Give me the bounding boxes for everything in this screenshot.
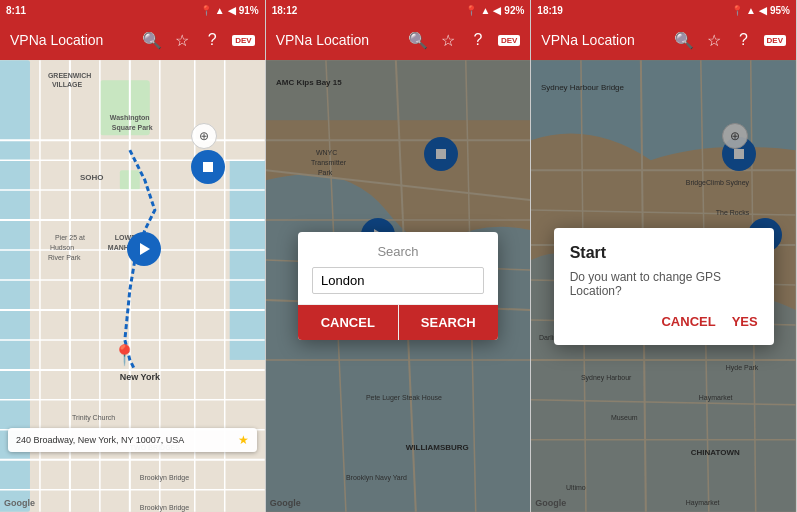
status-icons-2: 📍 ▲ ◀ 92% [465,5,524,16]
map-2: AMC Kips Bay 15 WNYC Transmitter Park Pe… [266,60,531,512]
confirm-cancel-button[interactable]: CANCEL [661,314,715,329]
cancel-button[interactable]: CANCEL [298,305,398,340]
svg-text:Brooklyn Bridge: Brooklyn Bridge [140,504,189,512]
location-text-1: 240 Broadway, New York, NY 10007, USA [16,435,234,445]
map-3: Sydney Harbour Bridge BridgeClimb Sydney… [531,60,796,512]
search-dialog-title: Search [298,232,498,263]
svg-text:GREENWICH: GREENWICH [48,72,91,79]
time-1: 8:11 [6,5,26,16]
help-icon-1[interactable]: ? [202,30,222,50]
search-icon-1[interactable]: 🔍 [142,30,162,50]
location-bar-1: 240 Broadway, New York, NY 10007, USA ★ [8,428,257,452]
svg-rect-40 [203,162,213,172]
search-icon-3[interactable]: 🔍 [674,30,694,50]
confirm-dialog-title: Start [570,244,758,262]
app-bar-icons-1: 🔍 ☆ ? DEV [142,30,254,50]
svg-text:Brooklyn Bridge: Brooklyn Bridge [140,474,189,482]
time-2: 18:12 [272,5,298,16]
star-icon-1[interactable]: ☆ [172,30,192,50]
svg-text:River Park: River Park [48,254,81,261]
svg-text:Pier 25 at: Pier 25 at [55,234,85,241]
confirm-dialog-actions: CANCEL YES [570,314,758,329]
confirm-dialog: Start Do you want to change GPS Location… [554,228,774,345]
app-title-2: VPNa Location [276,32,400,48]
app-bar-icons-2: 🔍 ☆ ? DEV [408,30,520,50]
app-bar-icons-3: 🔍 ☆ ? DEV [674,30,786,50]
confirm-dialog-overlay: Start Do you want to change GPS Location… [531,60,796,512]
star-icon-2[interactable]: ☆ [438,30,458,50]
confirm-dialog-body: Do you want to change GPS Location? [570,270,758,298]
search-icon-2[interactable]: 🔍 [408,30,428,50]
signal-icon-2: ▲ [480,5,490,16]
time-3: 18:19 [537,5,563,16]
app-title-3: VPNa Location [541,32,665,48]
app-bar-3: VPNa Location 🔍 ☆ ? DEV [531,20,796,60]
app-bar-2: VPNa Location 🔍 ☆ ? DEV [266,20,531,60]
panel-2: 18:12 📍 ▲ ◀ 92% VPNa Location 🔍 ☆ ? DEV [266,0,532,512]
confirm-yes-button[interactable]: YES [732,314,758,329]
google-logo-1: Google [4,498,35,508]
map-1: GREENWICH VILLAGE Washington Square Park… [0,60,265,512]
status-icons-1: 📍 ▲ ◀ 91% [200,5,259,16]
compass-button-1[interactable]: ⊕ [191,123,217,149]
status-icons-3: 📍 ▲ ◀ 95% [731,5,790,16]
signal-icon-3: ▲ [746,5,756,16]
status-bar-1: 8:11 📍 ▲ ◀ 91% [0,0,265,20]
map-marker-1: 📍 [112,343,137,367]
search-dialog-actions: CANCEL SEARCH [298,304,498,340]
location-icon-1: 📍 [200,5,212,16]
help-icon-3[interactable]: ? [734,30,754,50]
status-bar-3: 18:19 📍 ▲ ◀ 95% [531,0,796,20]
svg-text:VILLAGE: VILLAGE [52,81,83,88]
app-title-1: VPNa Location [10,32,134,48]
svg-text:Trinity Church: Trinity Church [72,414,115,422]
search-dialog: Search CANCEL SEARCH [298,232,498,340]
help-icon-2[interactable]: ? [468,30,488,50]
svg-text:New York: New York [120,372,160,382]
svg-text:SOHO: SOHO [80,173,104,182]
play-button-1[interactable] [127,232,161,266]
svg-text:Washington: Washington [110,114,150,122]
location-icon-3: 📍 [731,5,743,16]
stop-button-1[interactable] [191,150,225,184]
star-icon-3[interactable]: ☆ [704,30,724,50]
svg-marker-41 [140,243,150,255]
location-star-1[interactable]: ★ [238,433,249,447]
signal-icon-1: ▲ [215,5,225,16]
panel-1: 8:11 📍 ▲ ◀ 91% VPNa Location 🔍 ☆ ? DEV [0,0,266,512]
search-input-row [298,263,498,304]
battery-2: 92% [504,5,524,16]
battery-3: 95% [770,5,790,16]
dev-badge-3: DEV [764,35,786,46]
wifi-icon-3: ◀ [759,5,767,16]
status-bar-2: 18:12 📍 ▲ ◀ 92% [266,0,531,20]
dev-badge-1: DEV [232,35,254,46]
panel-3: 18:19 📍 ▲ ◀ 95% VPNa Location 🔍 ☆ ? DEV [531,0,797,512]
search-dialog-overlay: Search CANCEL SEARCH [266,60,531,512]
search-button[interactable]: SEARCH [399,305,499,340]
wifi-icon-2: ◀ [493,5,501,16]
search-input[interactable] [312,267,484,294]
location-icon-2: 📍 [465,5,477,16]
dev-badge-2: DEV [498,35,520,46]
svg-text:Square Park: Square Park [112,124,153,132]
battery-1: 91% [239,5,259,16]
svg-text:Hudson: Hudson [50,244,74,251]
wifi-icon-1: ◀ [228,5,236,16]
app-bar-1: VPNa Location 🔍 ☆ ? DEV [0,20,265,60]
